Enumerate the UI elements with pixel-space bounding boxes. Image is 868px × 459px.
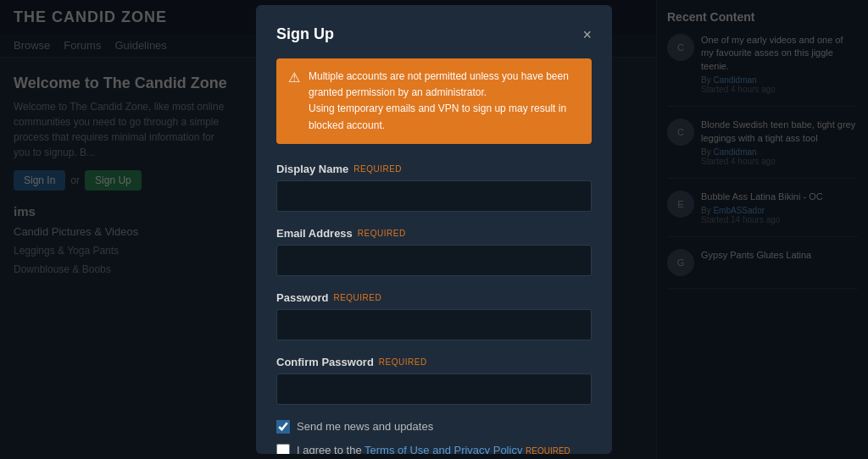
warning-icon: ⚠ (288, 69, 300, 86)
terms-row: I agree to the Terms of Use and Privacy … (276, 444, 592, 454)
newsletter-row: Send me news and updates (276, 420, 592, 434)
password-label: Password REQUIRED (276, 291, 592, 304)
required-badge: REQUIRED (379, 357, 427, 367)
confirm-password-input[interactable] (276, 373, 592, 405)
display-name-group: Display Name REQUIRED (276, 163, 592, 212)
terms-required-badge: REQUIRED (526, 446, 570, 454)
modal-title: Sign Up (276, 25, 334, 43)
display-name-label: Display Name REQUIRED (276, 163, 592, 175)
confirm-password-label: Confirm Password REQUIRED (276, 356, 592, 368)
confirm-password-group: Confirm Password REQUIRED (276, 356, 592, 405)
required-badge: REQUIRED (353, 164, 402, 174)
terms-checkbox[interactable] (276, 444, 290, 454)
warning-text: Multiple accounts are not permitted unle… (309, 69, 580, 134)
newsletter-label: Send me news and updates (297, 420, 433, 433)
password-input[interactable] (276, 309, 592, 340)
terms-label: I agree to the Terms of Use and Privacy … (297, 444, 570, 454)
terms-link[interactable]: Terms of Use and Privacy Policy (364, 444, 522, 454)
email-label: Email Address REQUIRED (276, 227, 592, 240)
required-badge: REQUIRED (358, 229, 406, 238)
newsletter-checkbox[interactable] (276, 420, 290, 434)
display-name-input[interactable] (276, 180, 592, 212)
password-group: Password REQUIRED (276, 291, 592, 340)
required-badge: REQUIRED (333, 293, 381, 302)
email-group: Email Address REQUIRED (276, 227, 592, 276)
close-button[interactable]: × (582, 27, 592, 42)
email-input[interactable] (276, 245, 592, 276)
signup-modal: Sign Up × ⚠ Multiple accounts are not pe… (256, 5, 612, 454)
modal-header: Sign Up × (276, 25, 592, 43)
warning-banner: ⚠ Multiple accounts are not permitted un… (276, 58, 592, 144)
